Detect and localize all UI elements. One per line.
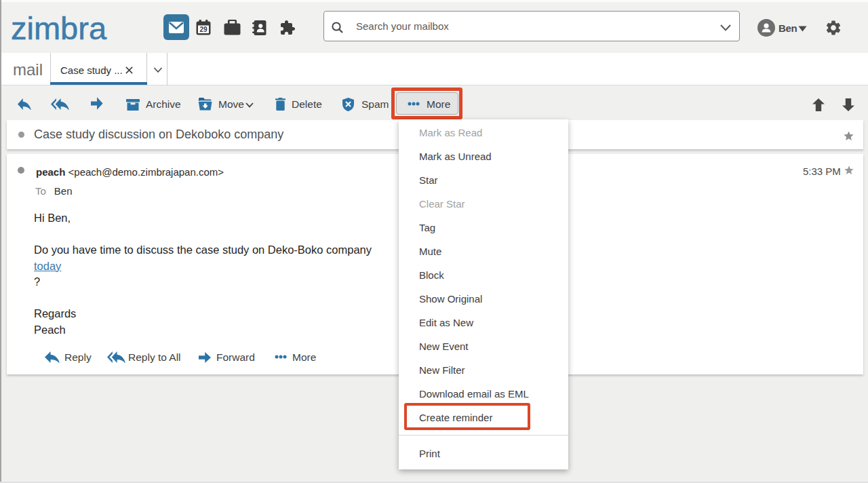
svg-text:29: 29	[199, 26, 208, 33]
